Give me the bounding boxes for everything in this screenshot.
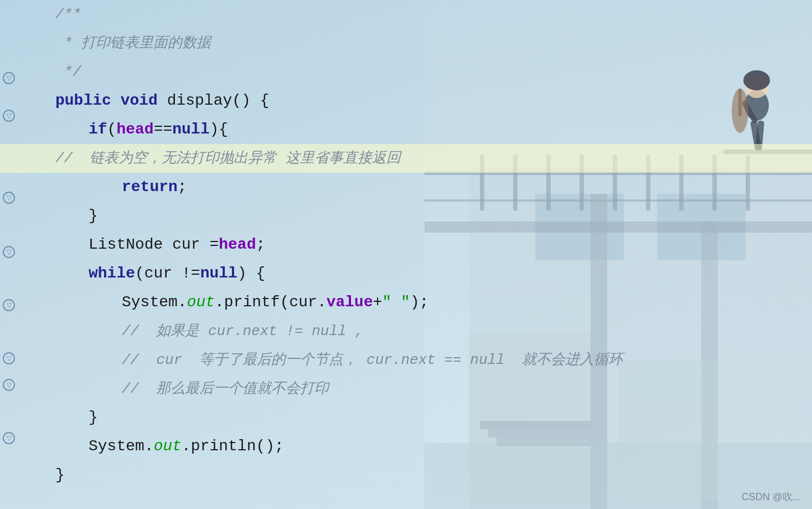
code-comment-empty: // 链表为空，无法打印抛出异常 这里省事直接返回 — [55, 145, 401, 172]
code-line-14: // 那么最后一个值就不会打印 — [55, 374, 779, 403]
code-comment-desc: * 打印链表里面的数据 — [55, 30, 211, 56]
brace-close-2: } — [89, 404, 98, 431]
code-comment-if: // 如果是 cur.next != null , — [122, 318, 364, 345]
code-line-11: System. out .printf(cur. value + " " ); — [55, 288, 779, 317]
code-comment-last-node: // cur 等于了最后的一个节点， cur.next == null 就不会进… — [122, 347, 623, 373]
keyword-value: value — [327, 289, 373, 316]
code-comment-close: */ — [55, 59, 81, 85]
keyword-public: public — [55, 88, 111, 114]
keyword-void: void — [121, 88, 158, 114]
system-out-printf: System. — [122, 289, 187, 316]
keyword-while: while — [89, 260, 135, 287]
watermark: CSDN @吹... — [742, 490, 801, 503]
listnode-decl: ListNode cur = — [89, 232, 219, 258]
keyword-null-1: null — [172, 116, 209, 143]
keyword-return: return — [122, 174, 178, 200]
out-italic-2: out — [154, 433, 182, 460]
code-line-7: return ; — [55, 173, 779, 202]
code-line-9: ListNode cur = head ; — [55, 230, 779, 259]
brace-close-3: } — [55, 462, 65, 489]
code-line-12: // 如果是 cur.next != null , — [55, 317, 779, 346]
code-line-10: while (cur != null ) { — [55, 259, 779, 288]
code-line-6: // 链表为空，无法打印抛出异常 这里省事直接返回 — [0, 144, 812, 173]
keyword-null-2: null — [200, 260, 237, 287]
out-italic: out — [187, 289, 215, 316]
code-line-13: // cur 等于了最后的一个节点， cur.next == null 就不会进… — [55, 346, 779, 374]
code-container: /** * 打印链表里面的数据 */ public void display()… — [0, 0, 812, 509]
code-line-15: } — [55, 403, 779, 432]
keyword-if: if — [89, 116, 107, 143]
code-line-4: public void display() { — [55, 86, 779, 115]
keyword-head-2: head — [219, 232, 256, 258]
code-line-2: * 打印链表里面的数据 — [55, 29, 779, 58]
system-out-println: System. — [89, 433, 154, 460]
code-line-17: } — [55, 461, 779, 490]
method-display: display() { — [158, 88, 270, 114]
code-comment-open: /** — [55, 1, 81, 28]
brace-close-1: } — [89, 203, 98, 229]
code-block: /** * 打印链表里面的数据 */ public void display()… — [55, 0, 779, 490]
string-space: " " — [382, 289, 410, 316]
code-comment-no-print: // 那么最后一个值就不会打印 — [122, 376, 329, 402]
code-line-8: } — [55, 202, 779, 230]
keyword-head: head — [116, 116, 153, 143]
code-line-16: System. out .println(); — [55, 432, 779, 461]
code-line-5: if ( head == null ){ — [55, 115, 779, 144]
code-line-3: */ — [55, 58, 779, 86]
code-line-1: /** — [55, 0, 779, 29]
